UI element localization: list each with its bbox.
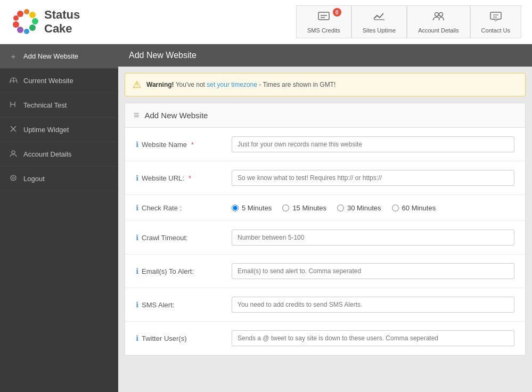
- sms-alert-label: ℹ SMS Alert:: [136, 300, 232, 309]
- crawl-timeout-label: ℹ Crawl Timeout:: [136, 233, 232, 242]
- logo: Status Cake: [11, 7, 80, 37]
- website-name-label: ℹ Website Name *: [136, 140, 232, 149]
- sidebar-item-uptime-widget[interactable]: Uptime Widget: [0, 118, 118, 142]
- crawl-timeout-row: ℹ Crawl Timeout:: [125, 221, 525, 255]
- emails-alert-label: ℹ Email(s) To Alert:: [136, 267, 232, 275]
- add-website-icon: +: [9, 52, 18, 61]
- check-rate-options: 5 Minutes 15 Minutes 30 Minutes 60 Minut…: [232, 204, 514, 212]
- nav-sites-uptime[interactable]: Sites Uptime: [351, 5, 407, 38]
- website-url-label: ℹ Website URL: *: [136, 174, 232, 182]
- svg-point-6: [17, 27, 23, 33]
- contact-us-icon: [489, 10, 502, 25]
- svg-point-7: [13, 21, 19, 28]
- svg-rect-15: [490, 12, 501, 19]
- sms-alert-row: ℹ SMS Alert:: [125, 288, 525, 322]
- header: Status Cake 0 SMS Credits Sites Uptime A: [0, 0, 532, 44]
- website-name-required: *: [191, 141, 194, 149]
- logo-icon: [11, 7, 40, 37]
- sms-credits-label: SMS Credits: [307, 27, 340, 34]
- sidebar: + Add New Website Current Website Techni…: [0, 44, 118, 392]
- svg-point-1: [24, 9, 29, 14]
- twitter-users-label: ℹ Twitter User(s): [136, 334, 232, 342]
- sidebar-label-add-new-website: Add New Website: [23, 52, 78, 60]
- header-bar-icon: ≡: [134, 110, 140, 121]
- svg-point-5: [24, 29, 29, 34]
- check-rate-label: ℹ Check Rate :: [136, 203, 232, 212]
- sms-alert-info-icon[interactable]: ℹ: [136, 300, 138, 309]
- svg-marker-16: [494, 19, 498, 21]
- check-rate-60min[interactable]: 60 Minutes: [392, 204, 436, 212]
- uptime-widget-icon: [9, 125, 18, 134]
- check-rate-row: ℹ Check Rate : 5 Minutes 15 Minutes 30: [125, 195, 525, 221]
- page-header: Add New Website: [118, 44, 532, 67]
- sites-uptime-icon: [373, 10, 386, 25]
- sidebar-label-logout: Logout: [23, 175, 45, 183]
- main-content: Add New Website ⚠ Warning! You've not se…: [118, 44, 532, 392]
- sidebar-label-account-details: Account Details: [23, 150, 71, 158]
- twitter-users-input[interactable]: [232, 330, 514, 346]
- twitter-users-info-icon[interactable]: ℹ: [136, 334, 138, 342]
- website-name-row: ℹ Website Name *: [125, 128, 525, 161]
- svg-point-2: [29, 12, 36, 18]
- form-card-header: ≡ Add New Website: [125, 103, 525, 128]
- emails-alert-info-icon[interactable]: ℹ: [136, 267, 138, 275]
- logo-text: Status Cake: [44, 8, 80, 36]
- form-card-title: Add New Website: [145, 111, 208, 120]
- nav-account-details[interactable]: Account Details: [407, 5, 470, 38]
- svg-point-8: [13, 15, 19, 21]
- current-website-icon: [9, 76, 18, 85]
- svg-point-3: [32, 18, 38, 24]
- emails-alert-input[interactable]: [232, 263, 514, 279]
- nav-contact-us[interactable]: Contact Us: [470, 5, 521, 38]
- svg-point-14: [439, 13, 443, 17]
- nav-sms-credits[interactable]: 0 SMS Credits: [296, 5, 351, 38]
- sms-alert-input[interactable]: [232, 297, 514, 313]
- logout-icon: [9, 174, 18, 183]
- header-nav: 0 SMS Credits Sites Uptime Account Detai…: [296, 5, 521, 38]
- website-url-input[interactable]: [232, 170, 514, 186]
- svg-point-28: [12, 177, 14, 179]
- account-details-icon: [432, 10, 445, 25]
- emails-alert-row: ℹ Email(s) To Alert:: [125, 255, 525, 288]
- svg-point-0: [17, 11, 23, 17]
- account-details-sidebar-icon: [9, 150, 18, 159]
- warning-icon: ⚠: [133, 79, 141, 91]
- website-url-required: *: [189, 174, 191, 182]
- svg-point-4: [29, 24, 36, 31]
- website-name-input[interactable]: [232, 136, 514, 152]
- account-details-label: Account Details: [418, 27, 459, 34]
- svg-rect-9: [318, 12, 329, 20]
- sidebar-item-account-details[interactable]: Account Details: [0, 142, 118, 167]
- form-card: ≡ Add New Website ℹ Website Name * ℹ Web…: [125, 103, 526, 356]
- sidebar-item-technical-test[interactable]: Technical Test: [0, 93, 118, 118]
- crawl-timeout-input[interactable]: [232, 230, 514, 246]
- crawl-timeout-info-icon[interactable]: ℹ: [136, 233, 138, 242]
- timezone-link[interactable]: set your timezone: [207, 81, 257, 88]
- website-name-info-icon[interactable]: ℹ: [136, 140, 138, 149]
- sidebar-label-technical-test: Technical Test: [23, 101, 67, 109]
- layout: + Add New Website Current Website Techni…: [0, 44, 532, 392]
- warning-bar: ⚠ Warning! You've not set your timezone …: [125, 73, 526, 96]
- contact-us-label: Contact Us: [481, 27, 510, 34]
- twitter-users-row: ℹ Twitter User(s): [125, 322, 525, 355]
- check-rate-15min[interactable]: 15 Minutes: [282, 204, 326, 212]
- sidebar-item-add-new-website[interactable]: + Add New Website: [0, 44, 118, 69]
- sidebar-item-logout[interactable]: Logout: [0, 167, 118, 191]
- svg-point-27: [11, 175, 16, 181]
- svg-point-13: [435, 13, 439, 17]
- sidebar-item-current-website[interactable]: Current Website: [0, 69, 118, 93]
- website-url-row: ℹ Website URL: *: [125, 161, 525, 195]
- sidebar-label-current-website: Current Website: [23, 77, 73, 85]
- sidebar-label-uptime-widget: Uptime Widget: [23, 126, 69, 134]
- check-rate-info-icon[interactable]: ℹ: [136, 203, 138, 212]
- check-rate-5min[interactable]: 5 Minutes: [232, 204, 272, 212]
- check-rate-30min[interactable]: 30 Minutes: [337, 204, 381, 212]
- sms-credits-icon: [317, 10, 330, 25]
- svg-point-26: [12, 151, 15, 154]
- warning-text: Warning! You've not set your timezone - …: [146, 81, 335, 88]
- sites-uptime-label: Sites Uptime: [363, 27, 396, 34]
- website-url-info-icon[interactable]: ℹ: [136, 174, 138, 182]
- technical-test-icon: [9, 101, 18, 110]
- sms-badge: 0: [333, 8, 341, 17]
